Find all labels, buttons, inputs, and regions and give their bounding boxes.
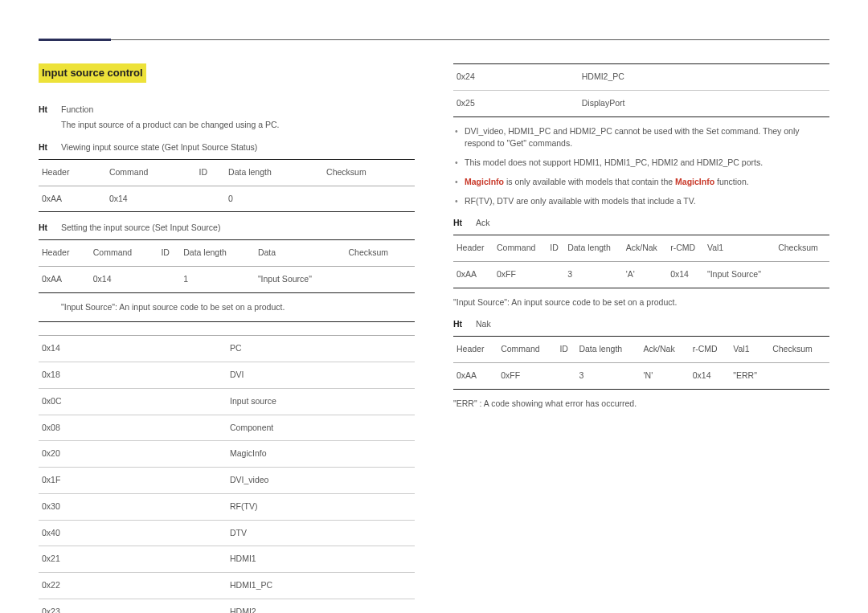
table-codes-cont: 0x24HDMI2_PC 0x25DisplayPort bbox=[453, 63, 829, 117]
ht-marker: Ht bbox=[39, 141, 53, 154]
magicinfo-emph: MagicInfo bbox=[465, 177, 504, 186]
func-label: Function bbox=[61, 104, 93, 116]
func-desc: The input source of a product can be cha… bbox=[61, 119, 415, 132]
set-item: Ht Setting the input source (Set Input S… bbox=[39, 222, 415, 235]
note-item: MagicInfo is only available with models … bbox=[453, 176, 829, 189]
section-title: Input source control bbox=[39, 63, 146, 83]
right-column: 0x24HDMI2_PC 0x25DisplayPort DVI_video, … bbox=[453, 63, 829, 613]
ht-marker: Ht bbox=[453, 318, 468, 331]
table-nak: HeaderCommand IDData length Ack/Nakr-CMD… bbox=[453, 336, 829, 390]
top-rule bbox=[39, 39, 829, 41]
table-set: HeaderCommand IDData length DataChecksum… bbox=[39, 239, 415, 293]
note-input-source: "Input Source": An input source code to … bbox=[61, 301, 415, 314]
ht-marker: Ht bbox=[39, 104, 53, 116]
left-column: Input source control Ht Function The inp… bbox=[39, 63, 415, 613]
func-item: Ht Function bbox=[39, 104, 415, 116]
note-item: This model does not support HDMI1, HDMI1… bbox=[453, 157, 829, 170]
view-item: Ht Viewing input source state (Get Input… bbox=[39, 141, 415, 154]
ht-marker: Ht bbox=[39, 222, 53, 235]
table-codes: 0x14PC 0x18DVI 0x0CInput source 0x08Comp… bbox=[39, 321, 415, 613]
ack-item: Ht Ack bbox=[453, 217, 829, 230]
err-note: "ERR" : A code showing what error has oc… bbox=[453, 398, 829, 411]
view-label: Viewing input source state (Get Input So… bbox=[61, 141, 257, 154]
magicinfo-emph: MagicInfo bbox=[675, 177, 714, 186]
ht-marker: Ht bbox=[453, 217, 468, 230]
ack-label: Ack bbox=[476, 217, 490, 230]
note-input-source-right: "Input Source": An input source code to … bbox=[453, 296, 829, 309]
table-get: HeaderCommand IDData length Checksum 0xA… bbox=[39, 159, 415, 213]
notes-list: DVI_video, HDMI1_PC and HDMI2_PC cannot … bbox=[453, 125, 829, 208]
set-label: Setting the input source (Set Input Sour… bbox=[61, 222, 220, 235]
note-item: RF(TV), DTV are only available with mode… bbox=[453, 195, 829, 208]
note-item: DVI_video, HDMI1_PC and HDMI2_PC cannot … bbox=[453, 125, 829, 151]
nak-item: Ht Nak bbox=[453, 318, 829, 331]
table-ack: HeaderCommand IDData length Ack/Nakr-CMD… bbox=[453, 235, 829, 288]
nak-label: Nak bbox=[476, 318, 491, 331]
